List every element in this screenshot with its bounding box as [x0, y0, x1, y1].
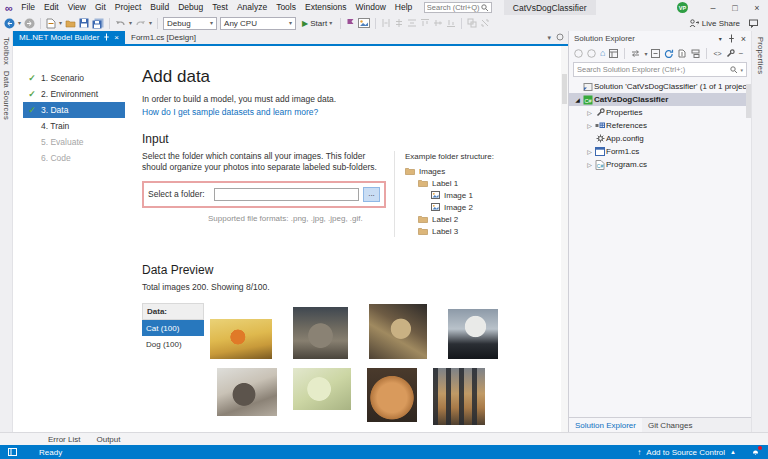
collapsed-arrow-icon[interactable]: ▷ [585, 148, 594, 155]
add-to-source-control-button[interactable]: Add to Source Control [646, 448, 725, 457]
platform-dropdown[interactable]: Any CPU ▾ [220, 17, 296, 30]
solution-tree-scrollbar[interactable] [746, 84, 751, 118]
menu-tools[interactable]: Tools [272, 0, 301, 15]
class-row-cat-100[interactable]: Cat (100) [142, 320, 204, 336]
menu-help[interactable]: Help [390, 0, 416, 15]
se-refresh-icon[interactable] [664, 49, 674, 59]
side-tab-properties[interactable]: Properties [756, 37, 765, 74]
se-dropdown-icon[interactable]: ▾ [644, 50, 647, 57]
solution-search-box[interactable]: Search Solution Explorer (Ctrl+;) ▾ [573, 62, 747, 77]
tree-item-references[interactable]: ▷References [569, 119, 751, 132]
source-control-caret-icon[interactable]: ▲ [730, 449, 736, 455]
navigate-forward-icon[interactable] [24, 16, 35, 30]
menu-project[interactable]: Project [110, 0, 145, 15]
start-debug-button[interactable]: ▶ Start ▾ [299, 19, 335, 28]
image-file-icon [431, 203, 440, 211]
tab-options-icon[interactable] [556, 33, 564, 42]
se-show-all-files-icon[interactable] [678, 49, 687, 58]
document-scrollbar[interactable] [561, 46, 568, 432]
sample-datasets-link[interactable]: How do I get sample datasets and learn m… [142, 107, 318, 117]
collapsed-arrow-icon[interactable]: ▷ [585, 161, 594, 168]
collapsed-arrow-icon[interactable]: ▷ [585, 122, 594, 129]
se-switch-views-icon[interactable] [609, 49, 618, 58]
folder-icon [418, 179, 428, 187]
browse-folder-button[interactable]: ... [363, 187, 380, 202]
tree-item-program-cs[interactable]: ▷C#Program.cs [569, 158, 751, 171]
side-tab-toolbox[interactable]: Toolbox [2, 37, 11, 65]
folder-path-input[interactable] [214, 188, 359, 201]
se-code-icon[interactable]: <> [713, 50, 721, 57]
account-avatar[interactable]: VP [677, 2, 688, 13]
search-options-icon[interactable]: ▾ [740, 67, 743, 73]
image-watch-icon[interactable] [358, 16, 370, 30]
scrollbar-thumb[interactable] [562, 74, 567, 104]
se-sync-icon[interactable] [631, 49, 640, 58]
step-2-environment[interactable]: ✓2. Environment [23, 86, 125, 102]
active-files-dropdown-icon[interactable]: ▾ [547, 34, 551, 42]
new-dropdown-icon[interactable]: ▾ [59, 20, 62, 26]
se-home-icon[interactable]: ⌂ [600, 49, 605, 58]
visual-studio-logo-icon: ∞ [5, 3, 13, 13]
se-minus-icon[interactable]: − [739, 49, 744, 58]
se-collapse-all-icon[interactable] [651, 49, 660, 58]
doc-tab-form1-cs-design[interactable]: Form1.cs [Design] [125, 31, 202, 44]
se-properties-wrench-icon[interactable] [726, 49, 735, 58]
feedback-icon[interactable] [749, 19, 758, 28]
menu-file[interactable]: File [17, 0, 40, 15]
side-tab-data-sources[interactable]: Data Sources [2, 71, 11, 120]
menu-test[interactable]: Test [208, 0, 233, 15]
pin-icon[interactable] [103, 33, 110, 43]
profiler-icon[interactable] [346, 16, 355, 30]
panel-tab-output[interactable]: Output [96, 435, 120, 444]
panel-tab-error-list[interactable]: Error List [48, 435, 80, 444]
class-row-dog-100[interactable]: Dog (100) [142, 336, 204, 352]
step-1-scenario[interactable]: ✓1. Scenario [23, 70, 125, 86]
menu-debug[interactable]: Debug [174, 0, 208, 15]
menu-view[interactable]: View [63, 0, 90, 15]
menu-window[interactable]: Window [351, 0, 390, 15]
tree-item-form1-cs[interactable]: ▷Form1.cs [569, 145, 751, 158]
close-panel-icon[interactable]: × [741, 34, 746, 44]
tool-tab-solution-explorer[interactable]: Solution Explorer [569, 418, 642, 432]
menu-analyze[interactable]: Analyze [232, 0, 271, 15]
minimize-button[interactable]: – [702, 0, 724, 15]
doc-tab-ml-net-model-builder[interactable]: ML.NET Model Builder× [13, 31, 125, 44]
save-icon[interactable] [79, 16, 89, 30]
quick-search-box[interactable]: Search (Ctrl+Q) [424, 2, 492, 13]
notifications-button[interactable] [751, 447, 760, 458]
window-position-icon[interactable]: ▾ [719, 35, 722, 42]
collapsed-arrow-icon[interactable]: ▷ [585, 109, 594, 116]
tool-tab-git-changes[interactable]: Git Changes [642, 418, 698, 432]
se-nest-icon[interactable] [691, 49, 700, 58]
expanded-arrow-icon[interactable]: ◢ [573, 96, 582, 103]
menu-extensions[interactable]: Extensions [300, 0, 351, 15]
pin-icon[interactable] [728, 34, 735, 43]
live-share-label[interactable]: Live Share [702, 19, 740, 28]
step-3-data[interactable]: ✓3. Data [23, 102, 125, 118]
background-tasks-icon[interactable] [8, 448, 17, 456]
tree-item-label: Form1.cs [606, 147, 639, 156]
config-icon [594, 134, 606, 143]
back-dropdown-icon[interactable]: ▾ [18, 20, 21, 26]
maximize-button[interactable]: □ [724, 0, 746, 15]
tree-item-app-config[interactable]: App.config [569, 132, 751, 145]
close-tab-icon[interactable]: × [114, 33, 119, 42]
open-folder-icon[interactable] [65, 16, 76, 30]
debug-target-dropdown[interactable]: Debug ▾ [163, 17, 217, 30]
chevron-down-icon: ▾ [329, 20, 332, 26]
menu-git[interactable]: Git [90, 0, 110, 15]
new-project-icon[interactable] [46, 16, 56, 30]
menu-build[interactable]: Build [146, 0, 174, 15]
close-button[interactable]: × [746, 0, 768, 15]
preview-image [448, 309, 498, 359]
menu-edit[interactable]: Edit [40, 0, 64, 15]
play-icon: ▶ [302, 19, 308, 28]
tree-item-properties[interactable]: ▷Properties [569, 106, 751, 119]
navigate-back-icon[interactable] [4, 16, 15, 30]
input-description: Select the folder which contains all you… [142, 151, 386, 174]
tree-item-solution-catvsdogclassifier-1-of-1-project[interactable]: Solution 'CatVsDogClassifier' (1 of 1 pr… [569, 80, 751, 93]
example-node-label: Image 1 [444, 191, 473, 200]
step-4-train[interactable]: 4. Train [23, 118, 125, 134]
tree-item-catvsdogclassifier[interactable]: ◢C#CatVsDogClassifier [569, 93, 751, 106]
save-all-icon[interactable] [92, 16, 104, 30]
